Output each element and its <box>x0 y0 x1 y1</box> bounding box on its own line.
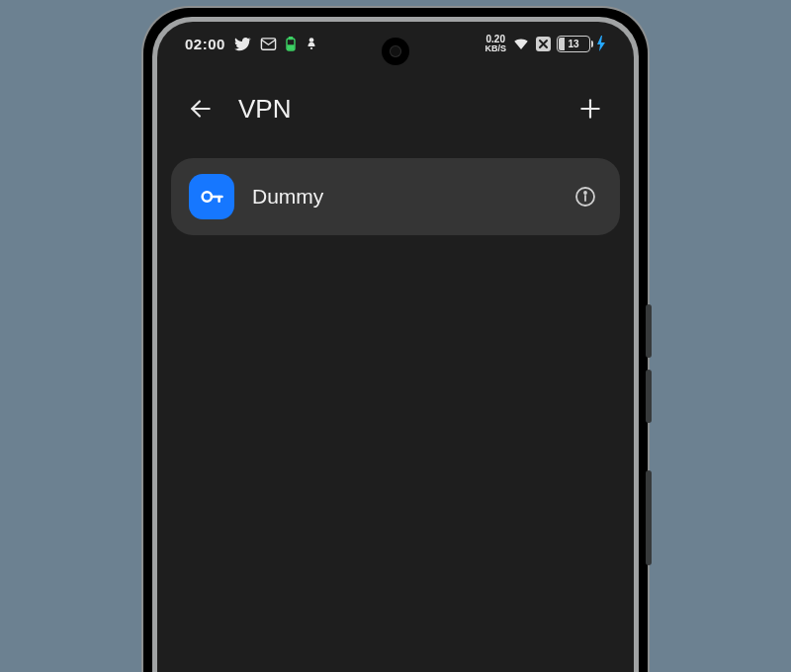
info-icon <box>573 185 597 209</box>
volume-up-button[interactable] <box>646 304 652 358</box>
power-button[interactable] <box>646 470 652 565</box>
gmail-icon <box>260 36 277 52</box>
battery-saver-icon <box>286 37 296 51</box>
svg-rect-2 <box>289 37 292 39</box>
data-rate-value: 0.20 <box>486 35 505 44</box>
vpn-list-item[interactable]: Dummy <box>171 158 620 235</box>
data-rate-unit: KB/S <box>484 44 506 53</box>
back-button[interactable] <box>179 87 222 130</box>
add-vpn-button[interactable] <box>569 87 612 130</box>
app-bar: VPN <box>157 65 634 158</box>
wifi-icon <box>512 35 530 52</box>
screen: 02:00 0.20 <box>157 22 634 672</box>
vpn-key-icon <box>189 174 234 219</box>
svg-rect-3 <box>288 45 294 49</box>
no-signal-icon <box>536 37 551 51</box>
notification-icon <box>305 37 318 50</box>
vpn-item-name: Dummy <box>252 185 551 209</box>
page-title: VPN <box>238 94 291 125</box>
vpn-info-button[interactable] <box>569 180 602 213</box>
status-bar-left: 02:00 <box>185 36 318 52</box>
svg-point-15 <box>584 192 586 194</box>
data-rate-indicator: 0.20 KB/S <box>484 35 506 53</box>
volume-down-button[interactable] <box>646 370 652 423</box>
charging-icon <box>596 36 606 51</box>
plus-icon <box>577 96 603 122</box>
battery-level <box>559 38 565 50</box>
status-clock: 02:00 <box>185 36 225 52</box>
phone-bezel: 02:00 0.20 <box>152 17 639 672</box>
twitter-icon <box>234 36 251 52</box>
svg-rect-5 <box>310 47 312 49</box>
vpn-list: Dummy <box>157 158 634 235</box>
svg-point-10 <box>203 192 212 201</box>
battery-percent: 13 <box>568 39 578 49</box>
battery-indicator: 13 <box>557 36 590 52</box>
phone-frame: 02:00 0.20 <box>143 8 648 672</box>
status-bar: 02:00 0.20 <box>157 22 634 65</box>
svg-point-4 <box>309 38 314 42</box>
status-bar-right: 0.20 KB/S 13 <box>484 35 606 53</box>
arrow-left-icon <box>188 96 214 122</box>
